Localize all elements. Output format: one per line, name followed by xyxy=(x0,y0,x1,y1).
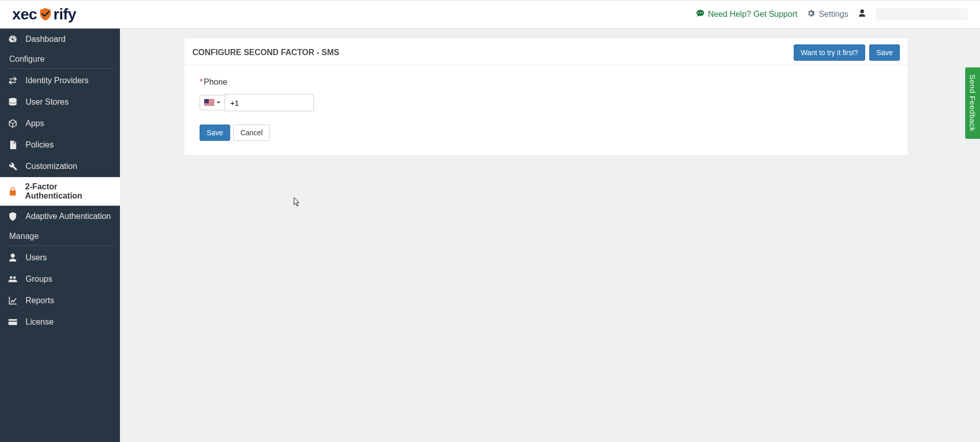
group-icon xyxy=(7,274,18,285)
feedback-tab[interactable]: Send Feedback xyxy=(965,67,980,139)
sidebar-item-license[interactable]: License xyxy=(0,311,120,333)
sidebar-item-reports[interactable]: Reports xyxy=(0,290,120,311)
help-link[interactable]: Need Help? Get Support xyxy=(696,9,797,20)
sidebar-item-groups[interactable]: Groups xyxy=(0,268,120,290)
sidebar-item-identity-providers[interactable]: Identity Providers xyxy=(0,70,120,91)
try-first-button[interactable]: Want to try it first? xyxy=(794,44,865,61)
chart-icon xyxy=(7,295,18,306)
save-button[interactable]: Save xyxy=(200,125,230,141)
chevron-down-icon xyxy=(216,102,220,104)
sidebar-item-label: License xyxy=(26,317,54,327)
sidebar-item-dashboard[interactable]: Dashboard xyxy=(0,29,120,50)
flag-icon xyxy=(204,99,214,106)
dashboard-icon xyxy=(7,34,18,45)
page-title: CONFIGURE SECOND FACTOR - SMS xyxy=(192,48,339,57)
sidebar-section-configure: Configure xyxy=(0,50,120,68)
user-menu[interactable] xyxy=(876,8,968,20)
sidebar-item-label: Reports xyxy=(26,296,54,305)
sidebar-item-apps[interactable]: Apps xyxy=(0,113,120,134)
sidebar-item-users[interactable]: Users xyxy=(0,247,120,268)
brand-part2: rify xyxy=(54,6,77,23)
sidebar-item-label: Identity Providers xyxy=(26,76,89,85)
sidebar-item-label: User Stores xyxy=(26,97,68,107)
sidebar-item-label: Groups xyxy=(26,275,52,284)
brand-part1: xec xyxy=(12,6,37,23)
document-icon xyxy=(7,139,18,151)
main-content: CONFIGURE SECOND FACTOR - SMS Want to tr… xyxy=(120,29,980,442)
country-selector[interactable] xyxy=(200,95,225,110)
help-label: Need Help? Get Support xyxy=(708,10,797,19)
sidebar: Dashboard Configure Identity Providers U… xyxy=(0,29,120,442)
chat-icon xyxy=(696,9,705,20)
database-icon xyxy=(7,96,18,108)
sidebar-section-manage: Manage xyxy=(0,227,120,245)
sidebar-item-label: Dashboard xyxy=(26,35,65,44)
phone-label: *Phone xyxy=(200,78,888,87)
sidebar-item-label: Adaptive Authentication xyxy=(26,212,111,221)
settings-link[interactable]: Settings xyxy=(806,9,848,20)
sidebar-item-2fa[interactable]: 2-Factor Authentication xyxy=(0,177,120,206)
card-icon xyxy=(7,316,18,328)
wrench-icon xyxy=(7,161,18,172)
save-top-button[interactable]: Save xyxy=(869,44,900,61)
exchange-icon xyxy=(7,75,18,86)
config-card: CONFIGURE SECOND FACTOR - SMS Want to tr… xyxy=(184,38,909,156)
shield-icon xyxy=(7,211,18,222)
settings-label: Settings xyxy=(819,10,848,19)
divider xyxy=(5,68,115,69)
sidebar-item-label: Customization xyxy=(26,162,77,171)
shield-icon xyxy=(38,7,53,21)
user-icon xyxy=(7,252,18,263)
sidebar-item-adaptive-auth[interactable]: Adaptive Authentication xyxy=(0,206,120,227)
sidebar-item-user-stores[interactable]: User Stores xyxy=(0,91,120,113)
sidebar-item-label: Policies xyxy=(26,140,54,150)
brand-logo[interactable]: xec rify xyxy=(12,6,76,23)
sidebar-item-customization[interactable]: Customization xyxy=(0,156,120,177)
cube-icon xyxy=(7,118,18,129)
gear-icon xyxy=(806,9,816,20)
phone-input[interactable] xyxy=(225,94,314,111)
sidebar-item-policies[interactable]: Policies xyxy=(0,134,120,156)
user-icon[interactable] xyxy=(857,9,867,20)
sidebar-item-label: 2-Factor Authentication xyxy=(25,182,113,201)
sidebar-item-label: Apps xyxy=(26,119,44,128)
divider xyxy=(5,245,115,246)
sidebar-item-label: Users xyxy=(26,253,47,262)
lock-icon xyxy=(7,186,18,197)
cancel-button[interactable]: Cancel xyxy=(233,125,270,141)
